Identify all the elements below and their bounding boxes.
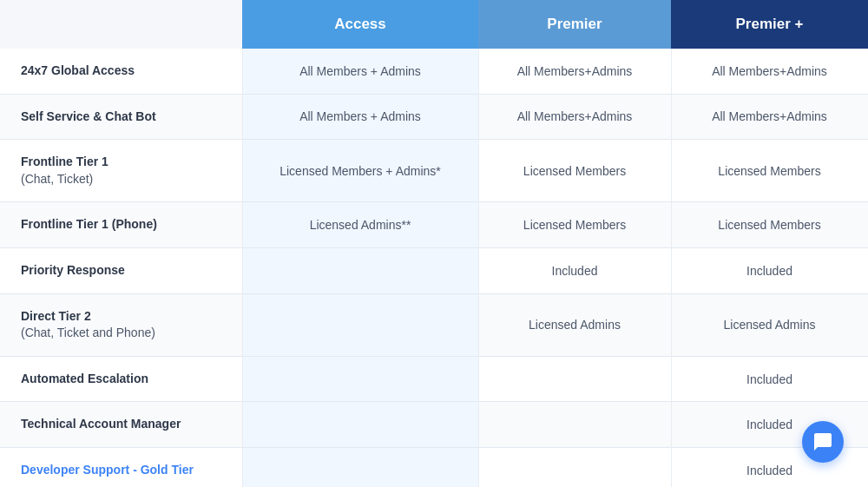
table-row: Frontline Tier 1 (Phone)Licensed Admins*… [0,202,868,248]
chat-icon [812,431,833,452]
access-cell [242,293,478,356]
access-cell [242,356,478,402]
feature-cell: Frontline Tier 1(Chat, Ticket) [0,140,242,202]
feature-label: Priority Response [21,263,125,277]
feature-sublabel: (Chat, Ticket and Phone) [21,326,155,339]
feature-label: Technical Account Manager [21,417,181,431]
access-cell: All Members + Admins [242,49,478,94]
premier-label: Premier [547,16,602,32]
table-row: Frontline Tier 1(Chat, Ticket)Licensed M… [0,140,868,202]
premier-cell: All Members+Admins [478,49,671,94]
feature-label: Self Service & Chat Bot [21,109,156,123]
access-cell: All Members + Admins [242,94,478,140]
access-label: Access [334,16,386,32]
feature-cell: Technical Account Manager [0,402,242,448]
feature-cell: 24x7 Global Access [0,49,242,94]
premier-cell: Included [478,247,671,293]
col-header-premier: Premier [478,0,671,49]
feature-cell: Developer Support - Gold Tier [0,447,242,487]
premier-cell [478,356,671,402]
feature-cell: Priority Response [0,247,242,293]
chat-fab[interactable] [802,421,844,463]
comparison-table-wrapper: Access Premier Premier + 24x7 Global Acc… [0,0,868,487]
table-row: Self Service & Chat BotAll Members + Adm… [0,94,868,140]
premier-cell [478,402,671,448]
col-header-premierplus: Premier + [671,0,868,49]
premierplus-cell: Licensed Admins [671,293,868,356]
premierplus-cell: Licensed Members [671,202,868,248]
feature-label: 24x7 Global Access [21,63,135,77]
premierplus-cell: Licensed Members [671,140,868,202]
premierplus-cell: Included [671,356,868,402]
feature-sublabel: (Chat, Ticket) [21,172,93,186]
premier-cell: Licensed Members [478,202,671,248]
access-cell: Licensed Members + Admins* [242,140,478,202]
comparison-table: Access Premier Premier + 24x7 Global Acc… [0,0,868,487]
premier-cell: Licensed Admins [478,293,671,356]
table-row: Direct Tier 2(Chat, Ticket and Phone)Lic… [0,293,868,356]
feature-cell: Frontline Tier 1 (Phone) [0,202,242,248]
table-row: Automated EscalationIncluded [0,356,868,402]
table-row: Priority ResponseIncludedIncluded [0,247,868,293]
premierplus-cell: Included [671,247,868,293]
premier-cell: Licensed Members [478,140,671,202]
feature-label: Frontline Tier 1 (Phone) [21,217,157,231]
premierplus-cell: All Members+Admins [671,49,868,94]
col-header-feature [0,0,242,49]
table-row: 24x7 Global AccessAll Members + AdminsAl… [0,49,868,94]
table-row: Developer Support - Gold TierIncluded [0,447,868,487]
premierplus-label: Premier + [736,16,804,32]
feature-link[interactable]: Developer Support - Gold Tier [21,463,194,477]
premier-cell: All Members+Admins [478,94,671,140]
feature-label: Direct Tier 2 [21,309,91,323]
feature-label: Frontline Tier 1 [21,155,108,168]
feature-label: Automated Escalation [21,372,148,385]
feature-cell: Automated Escalation [0,356,242,402]
table-row: Technical Account ManagerIncluded [0,402,868,448]
access-cell [242,402,478,448]
feature-cell: Direct Tier 2(Chat, Ticket and Phone) [0,293,242,356]
premierplus-cell: All Members+Admins [671,94,868,140]
feature-cell: Self Service & Chat Bot [0,94,242,140]
col-header-access: Access [242,0,478,49]
access-cell: Licensed Admins** [242,202,478,248]
premier-cell [478,447,671,487]
access-cell [242,247,478,293]
access-cell [242,447,478,487]
